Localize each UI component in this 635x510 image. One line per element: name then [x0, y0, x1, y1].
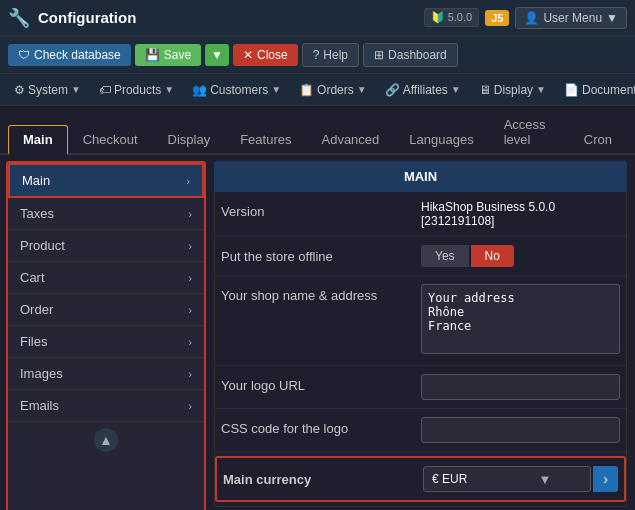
chevron-down-icon: ▼: [164, 84, 174, 95]
chevron-down-icon: ▼: [606, 11, 618, 25]
system-icon: ⚙: [14, 83, 25, 97]
dashboard-button[interactable]: ⊞ Dashboard: [363, 43, 458, 67]
nav-bar: ⚙ System ▼ 🏷 Products ▼ 👥 Customers ▼ 📋 …: [0, 74, 635, 106]
user-icon: 👤: [524, 11, 539, 25]
css-logo-control: [421, 417, 620, 443]
css-logo-label: CSS code for the logo: [221, 417, 421, 436]
sidebar-item-images[interactable]: Images ›: [8, 358, 204, 390]
currency-select-wrap: € EUR ▼: [423, 466, 591, 492]
sidebar-item-taxes[interactable]: Taxes ›: [8, 198, 204, 230]
currency-select[interactable]: € EUR: [423, 466, 591, 492]
help-icon: ?: [313, 48, 320, 62]
tab-display[interactable]: Display: [153, 125, 226, 153]
tab-cron[interactable]: Cron: [569, 125, 627, 153]
dashboard-icon: ⊞: [374, 48, 384, 62]
tab-advanced[interactable]: Advanced: [306, 125, 394, 153]
close-icon: ✕: [243, 48, 253, 62]
chevron-right-icon: ›: [188, 272, 192, 284]
currency-label: Main currency: [223, 472, 423, 487]
tab-main[interactable]: Main: [8, 125, 68, 155]
top-bar: 🔧 Configuration 🔰 5.0.0 J5 👤 User Menu ▼: [0, 0, 635, 36]
currency-go-button[interactable]: ›: [593, 466, 618, 492]
user-menu[interactable]: 👤 User Menu ▼: [515, 7, 627, 29]
sidebar-item-files[interactable]: Files ›: [8, 326, 204, 358]
chevron-down-icon: ▼: [451, 84, 461, 95]
logo-url-row: Your logo URL: [215, 366, 626, 409]
version-value: HikaShop Business 5.0.0 [2312191108]: [421, 200, 620, 228]
display-icon: 🖥: [479, 83, 491, 97]
tab-access-level[interactable]: Access level: [489, 110, 569, 153]
chevron-right-icon: ›: [188, 208, 192, 220]
nav-customers[interactable]: 👥 Customers ▼: [184, 79, 289, 101]
customers-icon: 👥: [192, 83, 207, 97]
currency-row: Main currency € EUR ▼ ›: [215, 456, 626, 502]
nav-products[interactable]: 🏷 Products ▼: [91, 79, 182, 101]
chevron-down-icon: ▼: [271, 84, 281, 95]
no-button[interactable]: No: [471, 245, 514, 267]
chevron-right-icon: ›: [188, 400, 192, 412]
chevron-right-icon: ›: [188, 368, 192, 380]
tab-languages[interactable]: Languages: [394, 125, 488, 153]
chevron-right-icon: ›: [186, 175, 190, 187]
top-bar-right: 🔰 5.0.0 J5 👤 User Menu ▼: [424, 7, 627, 29]
save-dropdown-button[interactable]: ▼: [205, 44, 229, 66]
tab-bar: Main Checkout Display Features Advanced …: [0, 106, 635, 155]
affiliates-icon: 🔗: [385, 83, 400, 97]
sidebar-item-product[interactable]: Product ›: [8, 230, 204, 262]
chevron-down-icon: ▼: [71, 84, 81, 95]
chevron-right-icon: ›: [188, 304, 192, 316]
check-database-button[interactable]: 🛡 Check database: [8, 44, 131, 66]
offline-label: Put the store offline: [221, 245, 421, 264]
help-button[interactable]: ? Help: [302, 43, 359, 67]
sidebar-item-cart[interactable]: Cart ›: [8, 262, 204, 294]
right-panel: MAIN Version HikaShop Business 5.0.0 [23…: [206, 155, 635, 510]
chevron-right-icon: ›: [188, 240, 192, 252]
sidebar-bottom: ▲: [8, 422, 204, 458]
address-control: Your address Rhône France: [421, 284, 620, 357]
offline-row: Put the store offline Yes No: [215, 237, 626, 276]
sidebar-item-emails[interactable]: Emails ›: [8, 390, 204, 422]
nav-system[interactable]: ⚙ System ▼: [6, 79, 89, 101]
address-row: Your shop name & address Your address Rh…: [215, 276, 626, 366]
version-label: Version: [221, 200, 421, 219]
user-menu-label: User Menu: [543, 11, 602, 25]
nav-documentation[interactable]: 📄 Documentation ▼: [556, 79, 635, 101]
products-icon: 🏷: [99, 83, 111, 97]
save-button[interactable]: 💾 Save: [135, 44, 201, 66]
nav-display[interactable]: 🖥 Display ▼: [471, 79, 554, 101]
version-badge: 🔰 5.0.0: [424, 8, 480, 27]
logo-url-control: [421, 374, 620, 400]
orders-icon: 📋: [299, 83, 314, 97]
j5-badge: J5: [485, 10, 509, 26]
nav-orders[interactable]: 📋 Orders ▼: [291, 79, 375, 101]
nav-affiliates[interactable]: 🔗 Affiliates ▼: [377, 79, 469, 101]
tab-checkout[interactable]: Checkout: [68, 125, 153, 153]
scroll-up-button[interactable]: ▲: [94, 428, 118, 452]
version-row: Version HikaShop Business 5.0.0 [2312191…: [215, 192, 626, 237]
joomla-icon: 🔧: [8, 7, 30, 29]
tab-features[interactable]: Features: [225, 125, 306, 153]
chevron-down-icon: ▼: [357, 84, 367, 95]
sidebar-item-order[interactable]: Order ›: [8, 294, 204, 326]
css-logo-input[interactable]: [421, 417, 620, 443]
shield-icon: 🛡: [18, 48, 30, 62]
close-button[interactable]: ✕ Close: [233, 44, 298, 66]
chevron-down-icon: ▼: [536, 84, 546, 95]
panel-header: MAIN: [214, 161, 627, 192]
sidebar: Main › Taxes › Product › Cart › Order › …: [6, 161, 206, 510]
page-title: Configuration: [38, 9, 416, 26]
address-label: Your shop name & address: [221, 284, 421, 303]
main-content: Main › Taxes › Product › Cart › Order › …: [0, 155, 635, 510]
save-icon: 💾: [145, 48, 160, 62]
address-textarea[interactable]: Your address Rhône France: [421, 284, 620, 354]
panel-content: Version HikaShop Business 5.0.0 [2312191…: [214, 192, 627, 507]
chevron-right-icon: ›: [188, 336, 192, 348]
docs-icon: 📄: [564, 83, 579, 97]
yes-button[interactable]: Yes: [421, 245, 469, 267]
logo-url-input[interactable]: [421, 374, 620, 400]
logo-url-label: Your logo URL: [221, 374, 421, 393]
offline-control: Yes No: [421, 245, 620, 267]
sidebar-item-main[interactable]: Main ›: [8, 163, 204, 198]
css-logo-row: CSS code for the logo: [215, 409, 626, 452]
action-bar: 🛡 Check database 💾 Save ▼ ✕ Close ? Help…: [0, 36, 635, 74]
